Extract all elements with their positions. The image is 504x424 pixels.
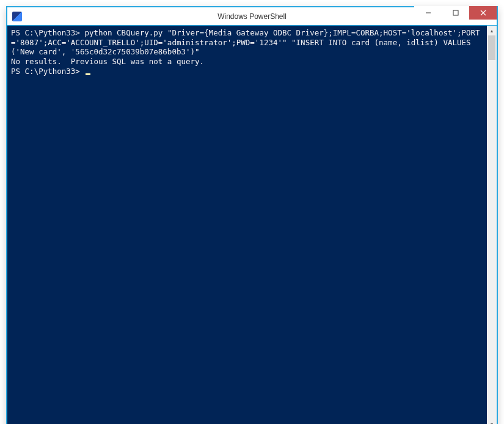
app-icon xyxy=(12,12,22,21)
scroll-down-button[interactable]: ▾ xyxy=(487,419,497,424)
close-button[interactable] xyxy=(469,6,497,20)
close-icon xyxy=(480,10,486,16)
title-bar[interactable]: Windows PowerShell xyxy=(7,7,497,26)
terminal-output[interactable]: PS C:\Python33> python CBQuery.py "Drive… xyxy=(7,26,487,424)
scroll-track[interactable] xyxy=(487,35,497,419)
cursor-icon xyxy=(86,73,90,75)
minimize-icon xyxy=(425,10,431,16)
window-controls xyxy=(414,7,497,25)
powershell-window: Windows PowerShell PS C:\Python33> pytho… xyxy=(6,6,498,424)
vertical-scrollbar[interactable]: ▴ ▾ xyxy=(487,26,497,424)
maximize-icon xyxy=(453,10,459,16)
command-text: python CBQuery.py "Driver={Media Gateway… xyxy=(11,28,480,56)
prompt: PS C:\Python33> xyxy=(11,67,80,76)
window-title: Windows PowerShell xyxy=(217,12,287,21)
output-line: No results. Previous SQL was not a query… xyxy=(11,57,204,66)
scroll-thumb[interactable] xyxy=(488,35,495,60)
minimize-button[interactable] xyxy=(414,6,442,20)
maximize-button[interactable] xyxy=(442,6,469,20)
svg-rect-1 xyxy=(453,10,458,15)
terminal-container: PS C:\Python33> python CBQuery.py "Drive… xyxy=(7,26,497,424)
prompt: PS C:\Python33> xyxy=(11,28,80,37)
scroll-up-button[interactable]: ▴ xyxy=(487,26,497,35)
